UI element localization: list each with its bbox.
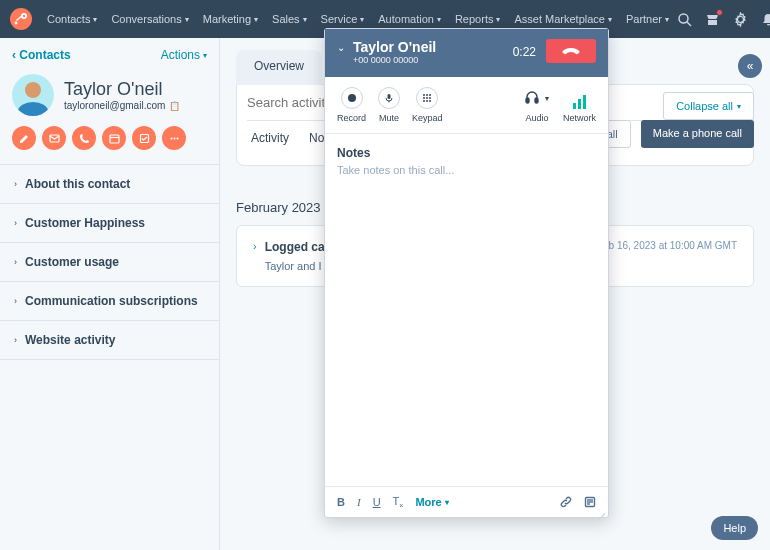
- chevron-right-icon: ›: [253, 240, 257, 272]
- copy-icon[interactable]: [169, 100, 180, 111]
- make-call-button[interactable]: Make a phone call: [641, 120, 754, 148]
- svg-point-1: [23, 15, 25, 17]
- call-header: ⌄ Taylor O'neil +00 0000 00000 0:22: [325, 29, 608, 77]
- underline-button[interactable]: U: [373, 496, 381, 508]
- nav-automation[interactable]: Automation▾: [371, 13, 448, 25]
- nav-service[interactable]: Service▾: [314, 13, 372, 25]
- svg-point-4: [679, 14, 688, 23]
- call-number: +00 0000 00000: [353, 55, 436, 65]
- italic-button[interactable]: I: [357, 496, 361, 508]
- collapse-all-button[interactable]: Collapse all▾: [663, 92, 754, 120]
- clear-format-button[interactable]: T×: [393, 495, 404, 509]
- svg-point-16: [423, 94, 425, 96]
- svg-line-5: [687, 22, 691, 26]
- chevron-down-icon: ▾: [665, 15, 669, 24]
- chevron-down-icon: ▾: [437, 15, 441, 24]
- bell-icon[interactable]: [760, 11, 770, 27]
- section-customer-happiness[interactable]: ›Customer Happiness: [0, 203, 219, 242]
- email-button[interactable]: [42, 126, 66, 150]
- editor-toolbar: B I U T× More▾: [325, 486, 608, 517]
- marketplace-icon[interactable]: [704, 11, 720, 27]
- chevron-right-icon: ›: [14, 179, 17, 189]
- section-customer-usage[interactable]: ›Customer usage: [0, 242, 219, 281]
- mute-button[interactable]: Mute: [378, 87, 400, 123]
- chevron-right-icon: ›: [14, 296, 17, 306]
- nav-reports[interactable]: Reports▾: [448, 13, 508, 25]
- note-button[interactable]: [12, 126, 36, 150]
- call-contact-name: Taylor O'neil: [353, 39, 436, 55]
- chevron-down-icon: ▾: [185, 15, 189, 24]
- resize-handle[interactable]: [595, 504, 605, 514]
- chevron-down-icon: ▾: [303, 15, 307, 24]
- content-area: Overview Activities Activity Notes Colla…: [220, 38, 770, 550]
- svg-point-18: [429, 94, 431, 96]
- call-button[interactable]: [72, 126, 96, 150]
- svg-rect-7: [110, 135, 119, 143]
- nav-conversations[interactable]: Conversations▾: [104, 13, 195, 25]
- section-about[interactable]: ›About this contact: [0, 164, 219, 203]
- svg-point-17: [426, 94, 428, 96]
- network-indicator[interactable]: Network: [563, 87, 596, 123]
- chevron-down-icon: ▾: [445, 498, 449, 507]
- back-link[interactable]: ‹ Contacts: [12, 48, 71, 62]
- svg-point-22: [423, 100, 425, 102]
- keypad-button[interactable]: Keypad: [412, 87, 443, 123]
- hangup-button[interactable]: [546, 39, 596, 63]
- nav-partner[interactable]: Partner▾: [619, 13, 676, 25]
- more-button[interactable]: [162, 126, 186, 150]
- notes-textarea[interactable]: Take notes on this call...: [325, 164, 608, 176]
- svg-rect-2: [16, 16, 22, 22]
- chevron-down-icon: ▾: [545, 94, 549, 103]
- nav-sales[interactable]: Sales▾: [265, 13, 314, 25]
- svg-rect-15: [388, 94, 391, 99]
- help-button[interactable]: Help: [711, 516, 758, 540]
- subtab-activity[interactable]: Activity: [251, 131, 289, 145]
- chevron-down-icon: ▾: [496, 15, 500, 24]
- search-icon[interactable]: [676, 11, 692, 27]
- chevron-down-icon: ▾: [737, 102, 741, 111]
- chevron-down-icon: ▾: [203, 51, 207, 60]
- svg-point-23: [426, 100, 428, 102]
- svg-point-24: [429, 100, 431, 102]
- svg-point-3: [15, 22, 18, 25]
- record-button[interactable]: Record: [337, 87, 366, 123]
- gear-icon[interactable]: [732, 11, 748, 27]
- chevron-down-icon: ▾: [360, 15, 364, 24]
- bold-button[interactable]: B: [337, 496, 345, 508]
- contact-avatar[interactable]: [12, 74, 54, 116]
- expand-right-panel[interactable]: «: [738, 54, 762, 78]
- nav-items: Contacts▾ Conversations▾ Marketing▾ Sale…: [40, 13, 676, 25]
- quick-actions: [0, 126, 219, 164]
- audio-button[interactable]: ▾Audio: [525, 87, 549, 123]
- tab-overview[interactable]: Overview: [236, 50, 322, 85]
- collapse-call-icon[interactable]: ⌄: [337, 42, 345, 53]
- section-communication-subs[interactable]: ›Communication subscriptions: [0, 281, 219, 320]
- hubspot-logo-icon[interactable]: [10, 8, 32, 30]
- schedule-button[interactable]: [102, 126, 126, 150]
- section-website-activity[interactable]: ›Website activity: [0, 320, 219, 360]
- link-button[interactable]: [560, 496, 572, 508]
- call-duration: 0:22: [513, 45, 536, 59]
- svg-rect-26: [535, 98, 538, 103]
- svg-point-21: [429, 97, 431, 99]
- notes-title: Notes: [325, 134, 608, 164]
- task-button[interactable]: [132, 126, 156, 150]
- chevron-down-icon: ▾: [254, 15, 258, 24]
- nav-contacts[interactable]: Contacts▾: [40, 13, 104, 25]
- svg-point-19: [423, 97, 425, 99]
- editor-more-button[interactable]: More▾: [415, 496, 448, 508]
- actions-menu[interactable]: Actions▾: [161, 48, 207, 62]
- contact-email[interactable]: tayloroneil@gmail.com: [64, 100, 165, 111]
- svg-point-10: [170, 137, 172, 139]
- chevron-down-icon: ▾: [93, 15, 97, 24]
- svg-point-12: [176, 137, 178, 139]
- contact-sidebar: ‹ Contacts Actions▾ Taylor O'neil taylor…: [0, 38, 220, 550]
- nav-asset-marketplace[interactable]: Asset Marketplace▾: [507, 13, 618, 25]
- card-date: Feb 16, 2023 at 10:00 AM GMT: [597, 240, 737, 272]
- contact-name: Taylor O'neil: [64, 79, 180, 100]
- chevron-right-icon: ›: [14, 257, 17, 267]
- call-panel: ⌄ Taylor O'neil +00 0000 00000 0:22 Reco…: [324, 28, 609, 518]
- nav-marketing[interactable]: Marketing▾: [196, 13, 265, 25]
- svg-rect-25: [526, 98, 529, 103]
- chevron-right-icon: ›: [14, 335, 17, 345]
